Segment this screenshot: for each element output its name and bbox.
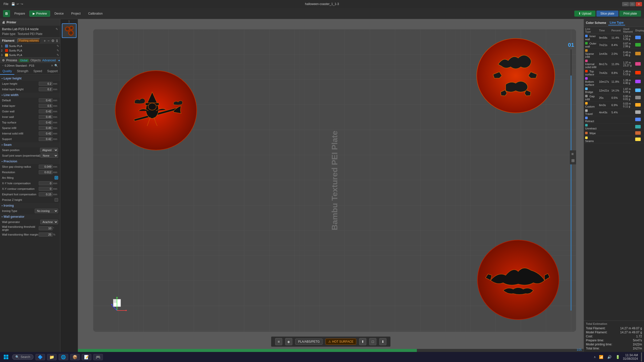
taskbar-app-5[interactable]: 📝 [82,354,91,360]
scale-icon[interactable]: □ [369,338,376,345]
project-button[interactable]: Project [68,11,84,17]
precise-z-checkbox[interactable] [55,198,58,202]
group-precision[interactable]: ▪ Precision [0,159,60,164]
taskbar-app-3[interactable]: 🌐 [59,354,68,360]
thumbnail-1[interactable] [62,23,76,38]
objects-label[interactable]: Objects [30,59,41,62]
device-button[interactable]: Device [51,11,67,17]
view-ctrl-2[interactable]: ⊞ [570,158,576,163]
group-wall-generator[interactable]: ▪ Wall generator [0,214,60,219]
save-icon[interactable]: 💾 [11,2,15,6]
calibration-button[interactable]: Calibration [85,11,106,17]
slice-button[interactable]: Slice plate [596,11,618,17]
group-line-width[interactable]: ▪ Line width [0,93,60,98]
top-surface-width-input[interactable] [39,120,53,124]
filament-settings-icon[interactable]: ⚙ [51,39,55,43]
group-seam[interactable]: ▪ Seam [0,142,60,147]
undo-icon[interactable]: ↩ [17,2,19,6]
setting-ironing-type: Ironing Type No ironingTop surfaces [0,208,60,214]
advanced-label[interactable]: Advanced [42,59,56,62]
taskbar-app-1[interactable]: 🔷 [35,354,45,360]
wall-filter-input[interactable] [39,233,53,237]
filament-edit-2[interactable]: ✎ [57,49,59,52]
internal-solid-width-input[interactable] [39,131,53,135]
preview-button[interactable]: ▶ Preview [29,11,50,17]
resolution-input[interactable] [39,170,53,174]
taskbar-app-4[interactable]: 📦 [70,354,80,360]
profile-search-icon[interactable]: 🔍 [54,64,58,67]
wall-threshold-input[interactable] [39,226,53,230]
xy-contour-input[interactable] [39,187,53,191]
gap-closing-input[interactable] [39,165,53,169]
profile-reset-icon[interactable]: ✕ [51,64,53,67]
row-percent [610,123,622,131]
initial-layer-width-input[interactable] [39,104,53,108]
group-layer-height[interactable]: ▪ Layer height [0,76,60,81]
ironing-type-select[interactable]: No ironingTop surfaces [35,209,58,213]
volume-icon[interactable]: 🔊 [606,354,613,359]
minimize-button[interactable]: — [622,2,629,6]
seam-position-select[interactable]: AlignedRearRandom [40,148,58,152]
group-line-width-icon: ▪ [2,93,3,97]
show-desktop-icon[interactable] [641,352,642,361]
color-table: Line Type Time Percent Used filament Dis… [584,27,644,143]
layer-track[interactable] [571,49,572,311]
tab-speed[interactable]: Speed [31,68,45,75]
maximize-button[interactable]: □ [629,2,635,6]
print-button[interactable]: Print plate [619,11,641,17]
rotate-icon[interactable]: ⬇ [379,338,386,345]
redo-icon[interactable]: ↪ [21,2,23,6]
filament-color-1 [5,44,8,48]
sparse-infill-width-input[interactable] [39,126,53,130]
default-width-input[interactable] [39,98,53,102]
tab-support[interactable]: Support [45,68,60,75]
group-seam-icon: ▪ [2,143,3,147]
support-width-input[interactable] [39,137,53,141]
close-button[interactable]: ✕ [636,2,642,6]
taskbar-search[interactable]: 🔍 Search [12,354,33,360]
process-toggle[interactable]: ● [58,59,60,62]
flushing-volumes-button[interactable]: Flushing volumes [18,38,40,43]
sys-tray[interactable]: ∧ [594,355,596,359]
prepare-button[interactable]: Prepare [11,11,28,17]
remove-filament-button[interactable]: − [47,39,50,43]
network-icon[interactable]: 📶 [598,354,604,359]
xy-hole-input[interactable] [39,181,53,185]
tab-quality[interactable]: Quality [0,68,14,75]
feature-view-icon[interactable]: ◈ [285,338,292,345]
view-ctrl-1[interactable]: ≡ [570,151,576,157]
initial-layer-height-input[interactable] [39,87,53,91]
group-wall-gen-icon: ▪ [2,215,3,218]
wall-gen-select[interactable]: ArachneClassic [40,220,58,224]
tab-strength[interactable]: Strength [14,68,31,75]
layer-view-icon[interactable]: ≡ [275,338,282,345]
row-filament: 1.49 m 5.13 g [622,69,634,77]
progress-bar[interactable] [78,349,417,352]
arc-fitting-checkbox[interactable]: ✓ [55,176,58,179]
add-filament-button[interactable]: + [43,39,46,43]
filament-edit-1[interactable]: ✎ [57,44,59,48]
printer-name: Bambu Lab P1S 0.4 nozzle [2,27,38,31]
start-button[interactable] [2,353,10,360]
file-menu[interactable]: File [2,2,10,6]
group-ironing[interactable]: ▪ Ironing [0,203,60,208]
filament-edit-3[interactable]: ✎ [57,53,59,57]
battery-icon[interactable]: 🔋 [615,354,621,359]
taskbar-clock[interactable]: 11:34 AM 31/08/2024 [623,353,638,360]
inner-wall-width-input[interactable] [39,115,53,119]
layer-height-input[interactable] [39,82,53,86]
elephant-foot-input[interactable] [39,192,53,196]
line-type-tab[interactable]: Line Type [608,20,625,25]
printer-edit-icon[interactable]: ✎ [56,27,58,31]
taskbar-app-6[interactable]: 🎮 [93,354,103,360]
taskbar-app-2[interactable]: 📁 [47,354,57,360]
printer-section-header[interactable]: 🖨 Printer [0,19,60,26]
outer-wall-width-input[interactable] [39,109,53,113]
row-display [634,109,644,116]
move-icon[interactable]: ⬆ [359,338,366,345]
taskbar: 🔍 Search 🔷 📁 🌐 📦 📝 🎮 ∧ 📶 🔊 🔋 11:34 AM 31… [0,352,644,362]
global-toggle[interactable]: Global [19,59,29,62]
filament-info-icon[interactable]: ℹ [56,39,58,43]
scarf-seam-select[interactable]: NoneContour [41,153,58,158]
upload-button[interactable]: ⬆ Upload [574,11,595,17]
